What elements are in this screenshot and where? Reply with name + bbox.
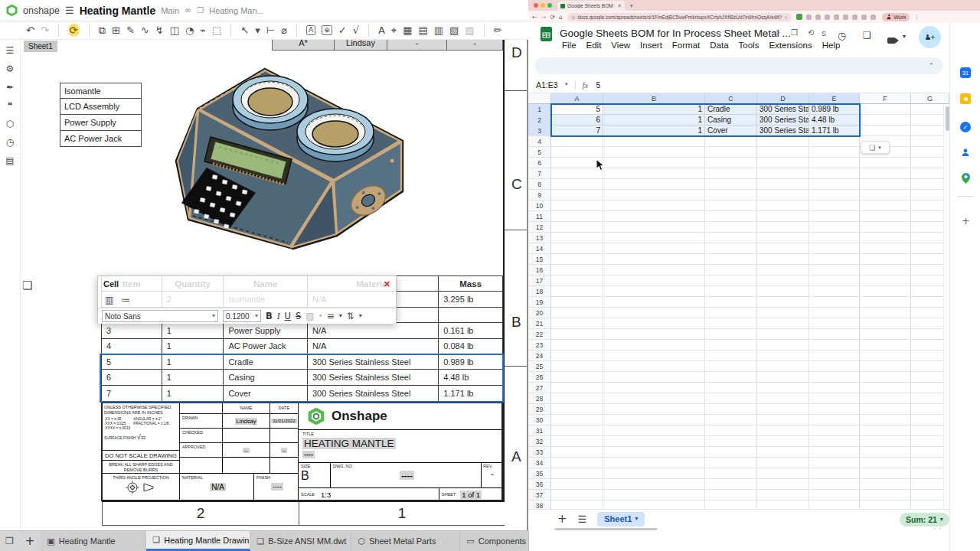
forward-icon[interactable]: → [541, 14, 547, 21]
cell-dialog-titlebar[interactable]: Cell ✕ [98, 276, 396, 292]
row-header-3[interactable]: 3 [528, 126, 551, 136]
finish-cell[interactable]: FINISH ---- [254, 474, 299, 501]
adblock-extension-icon[interactable] [796, 14, 802, 20]
document-status-icon[interactable]: ⟲ [808, 29, 814, 37]
configurations-icon[interactable]: ⚙ [6, 64, 15, 73]
detail-view-icon[interactable]: ◔ [185, 25, 194, 35]
title-cell[interactable]: TITLE HEATING MANTLE ---- [299, 430, 501, 463]
view-layout-icon[interactable]: ⊞ [112, 25, 120, 35]
column-header-B[interactable]: B [603, 93, 705, 104]
insert-view-icon[interactable]: ⧉ [99, 25, 106, 35]
new-tab-button[interactable]: + [629, 2, 633, 10]
cell-format-dialog[interactable]: Cell ✕ ▥ ≔ Noto Sans▾ 0.1200▾ B I U S ▨▾… [97, 276, 397, 324]
tasks-icon[interactable]: ✓ [960, 122, 971, 132]
font-size-select[interactable]: 0.1200▾ [223, 310, 261, 322]
zoom-window-button[interactable] [547, 3, 552, 8]
move-folder-icon[interactable]: ❐ [791, 29, 798, 37]
meet-caret-icon[interactable]: ▾ [903, 34, 906, 40]
row-header-14[interactable]: 14 [528, 243, 551, 254]
doc-tab-4[interactable]: ⬡Sheet Metal Parts [351, 531, 460, 551]
redo-icon[interactable]: ↷ [41, 25, 49, 35]
cell-D2[interactable]: 300 Series Stain [757, 115, 808, 126]
hole-table-icon[interactable]: ▥ [434, 25, 443, 35]
extension-icon[interactable] [861, 15, 867, 20]
vertical-align-icon[interactable]: ⇅ [347, 311, 354, 321]
row-header-18[interactable]: 18 [528, 286, 551, 297]
row-header-4[interactable]: 4 [528, 136, 551, 147]
properties-icon[interactable]: ▤ [5, 156, 14, 165]
version-history-icon[interactable]: ◷ [838, 31, 846, 41]
row-header-16[interactable]: 16 [528, 265, 551, 276]
document-menu-icon[interactable]: ☰ [65, 5, 74, 15]
row-header-1[interactable]: 1 [528, 104, 551, 115]
cell-B3[interactable]: 1 [603, 126, 704, 136]
menu-extensions[interactable]: Extensions [769, 41, 812, 50]
doc-tab-2[interactable]: ❏Heating Mantle Drawin... [146, 531, 250, 551]
close-icon[interactable]: ✕ [384, 279, 390, 289]
approved-name-field[interactable]: -- [223, 443, 270, 458]
row-header-8[interactable]: 8 [528, 179, 551, 190]
grid-body[interactable]: 51Cradle300 Series Stain0.989 lb61Casing… [551, 104, 949, 522]
text-color-icon[interactable]: ▨ [305, 311, 314, 321]
collapse-toolbar-icon[interactable]: ⌃ [928, 63, 934, 70]
row-header-28[interactable]: 28 [528, 393, 551, 404]
row-header-24[interactable]: 24 [528, 350, 551, 361]
home-icon[interactable]: ⌂ [559, 14, 563, 21]
material-cell[interactable]: MATERIAL N/A [180, 474, 254, 501]
sum-badge[interactable]: Sum: 21▾ [900, 513, 949, 527]
row-header-29[interactable]: 29 [528, 404, 551, 415]
cell-A2[interactable]: 6 [551, 115, 603, 126]
row-header-20[interactable]: 20 [528, 308, 551, 318]
extension-icon[interactable] [806, 15, 812, 20]
spreadsheet-grid[interactable]: ABCDEFG 12345678910111213141516171819202… [528, 93, 949, 524]
contacts-icon[interactable] [960, 147, 971, 158]
strikethrough-button[interactable]: S [296, 311, 301, 321]
centermark-icon[interactable]: ↯ [155, 25, 164, 35]
minimize-window-button[interactable] [541, 3, 545, 8]
doc-tab-3[interactable]: ❏B-Size ANSI MM.dwt [250, 531, 351, 551]
row-header-30[interactable]: 30 [528, 415, 551, 425]
extension-icon[interactable] [825, 15, 830, 20]
cell-B2[interactable]: 1 [603, 115, 704, 126]
column-header-E[interactable]: E [809, 93, 860, 104]
section-view-icon[interactable]: ◫ [170, 25, 179, 35]
cell-E2[interactable]: 4.48 lb [809, 115, 859, 126]
site-info-icon[interactable]: ⊙ [571, 15, 575, 20]
sheet-tab[interactable]: Sheet1▾ [597, 512, 645, 527]
row-header-11[interactable]: 11 [528, 211, 551, 222]
feature-list-icon[interactable]: ☰ [6, 46, 15, 55]
row-header-26[interactable]: 26 [528, 372, 551, 383]
cell-B1[interactable]: 1 [603, 104, 704, 115]
cell-C2[interactable]: Casing [705, 115, 756, 126]
name-box[interactable]: A1:E3 [528, 80, 565, 90]
cell-C1[interactable]: Cradle [705, 104, 756, 115]
share-button[interactable]: + [919, 26, 941, 48]
spreadsheet-title[interactable]: Google Sheets BOM for In Process Sheet M… [560, 28, 791, 39]
tab-manager-icon[interactable]: ❐ [5, 536, 14, 546]
note-icon[interactable]: A [306, 25, 315, 35]
cell-E3[interactable]: 1.171 lb [809, 126, 859, 136]
diameter-dimension-icon[interactable]: ⌀ [281, 25, 287, 35]
menu-tools[interactable]: Tools [739, 41, 760, 50]
row-header-21[interactable]: 21 [528, 318, 551, 329]
checked-date-field[interactable] [270, 429, 299, 443]
meet-camera-icon[interactable] [887, 33, 896, 47]
row-header-37[interactable]: 37 [528, 490, 551, 500]
column-header-A[interactable]: A [551, 93, 603, 104]
folder-name[interactable]: Heating Man... [209, 6, 264, 15]
measure-icon[interactable]: ✏ [494, 25, 502, 35]
column-header-G[interactable]: G [911, 93, 949, 104]
dwg-no-cell[interactable]: DWG. NO. ---- [331, 463, 482, 488]
font-family-select[interactable]: Noto Sans▾ [102, 310, 218, 322]
table-icon[interactable]: ▦ [403, 25, 412, 35]
menu-insert[interactable]: Insert [640, 41, 662, 50]
update-views-icon[interactable]: ⟳ [68, 24, 80, 37]
bold-button[interactable]: B [266, 311, 273, 321]
cell-D1[interactable]: 300 Series Stain [757, 104, 808, 115]
column-header-D[interactable]: D [757, 93, 809, 104]
browser-menu-icon[interactable]: ⋮ [913, 14, 919, 20]
close-window-button[interactable] [534, 3, 538, 8]
row-header-7[interactable]: 7 [528, 168, 551, 179]
menu-data[interactable]: Data [710, 41, 728, 50]
row-header-22[interactable]: 22 [528, 329, 551, 340]
